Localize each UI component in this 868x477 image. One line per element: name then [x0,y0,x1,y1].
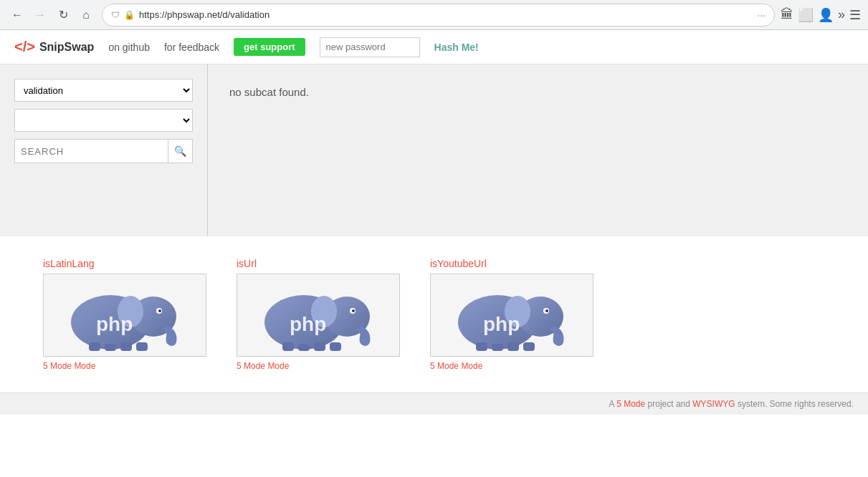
mode-text-1: Mode [267,361,289,371]
lock-icon: 🔒 [124,10,135,20]
mode-link-1[interactable]: 5 Mode [237,361,265,371]
security-icon: 🛡 [111,10,120,20]
feedback-link[interactable]: for feedback [164,42,219,53]
browser-actions: 🏛 ⬜ 👤 » ☰ [781,7,861,23]
svg-rect-18 [330,342,341,351]
svg-text:php: php [483,313,520,335]
svg-point-4 [158,309,161,312]
svg-text:php: php [290,313,326,335]
svg-point-24 [545,309,548,312]
list-item: isYoutubeUrl [430,258,595,371]
overflow-icon[interactable]: » [838,7,845,22]
password-input[interactable] [320,37,420,57]
mode-text-0: Mode [74,361,95,371]
pocket-icon[interactable]: 🏛 [781,7,793,22]
snippet-title-2[interactable]: isYoutubeUrl [430,258,487,269]
back-button[interactable]: ← [7,5,27,25]
svg-rect-7 [120,342,132,351]
profile-icon[interactable]: 👤 [818,7,834,23]
svg-text:php: php [96,313,133,335]
logo-icon: </> [14,39,35,55]
footer-mode-link[interactable]: 5 Mode [616,399,645,409]
search-input[interactable] [14,139,168,163]
snippet-thumb-2[interactable]: php [430,274,593,357]
address-bar-menu[interactable]: ··· [757,9,766,21]
browser-chrome: ← → ↻ ⌂ 🛡 🔒 ··· 🏛 ⬜ 👤 » ☰ [0,0,868,30]
snippet-mode-2: 5 Mode Mode [430,361,482,371]
category-select[interactable]: validation [14,79,193,102]
svg-rect-17 [314,342,325,351]
sidebar: validation 🔍 [0,64,208,236]
no-subcat-message: no subcat found. [229,86,846,98]
main-content: validation 🔍 no subcat found. [0,64,868,236]
home-button[interactable]: ⌂ [76,5,96,25]
reload-button[interactable]: ↻ [53,5,73,25]
mode-link-0[interactable]: 5 Mode [43,361,72,371]
subcategory-select[interactable] [14,109,193,132]
php-logo-0: php [53,279,196,351]
footer: A 5 Mode project and WYSIWYG system. Som… [0,392,868,415]
snippets-section: isLatinLang [0,236,868,392]
url-input[interactable] [139,9,750,20]
get-support-button[interactable]: get support [234,38,305,56]
forward-button[interactable]: → [30,5,50,25]
hash-me-button[interactable]: Hash Me! [434,42,479,53]
snippet-thumb-1[interactable]: php [237,274,400,357]
logo-link[interactable]: </> SnipSwap [14,39,94,55]
php-logo-2: php [440,279,583,351]
tab-view-icon[interactable]: ⬜ [798,7,814,23]
svg-rect-26 [492,344,503,351]
search-icon: 🔍 [174,145,186,157]
snippet-mode-1: 5 Mode Mode [237,361,289,371]
menu-icon[interactable]: ☰ [849,7,861,23]
right-panel: no subcat found. [208,64,868,236]
footer-wysiwyg-link[interactable]: WYSIWYG [692,399,735,409]
svg-point-14 [352,309,355,312]
footer-text: A [609,399,616,409]
mode-text-2: Mode [461,361,482,371]
svg-rect-27 [507,342,519,351]
address-bar[interactable]: 🛡 🔒 ··· [102,4,775,26]
logo-text: SnipSwap [39,41,94,54]
php-logo-1: php [247,279,390,351]
svg-rect-8 [136,342,148,351]
svg-rect-16 [298,344,310,351]
list-item: isUrl [237,258,401,371]
search-row: 🔍 [14,139,193,163]
snippet-title-1[interactable]: isUrl [237,258,257,269]
footer-text2: project and [648,399,693,409]
snippet-title-0[interactable]: isLatinLang [43,258,95,269]
svg-rect-15 [282,342,294,351]
footer-text3: system. Some rights reserved. [738,399,854,409]
svg-rect-5 [89,342,100,351]
svg-rect-25 [476,342,487,351]
mode-link-2[interactable]: 5 Mode [430,361,459,371]
snippets-grid: isLatinLang [43,258,825,371]
svg-rect-28 [523,342,535,351]
snippet-mode-0: 5 Mode Mode [43,361,95,371]
app-header: </> SnipSwap on github for feedback get … [0,30,868,64]
snippet-thumb-0[interactable]: php [43,274,206,357]
svg-rect-6 [105,344,116,351]
nav-buttons: ← → ↻ ⌂ [7,5,96,25]
search-button[interactable]: 🔍 [168,139,193,163]
list-item: isLatinLang [43,258,208,371]
github-link[interactable]: on github [108,42,150,53]
